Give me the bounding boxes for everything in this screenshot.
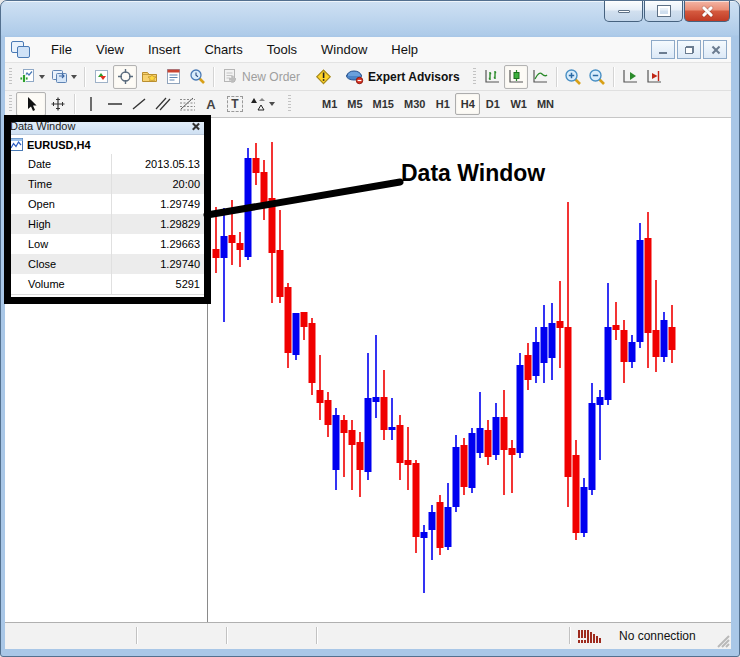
bar-chart-button[interactable] xyxy=(480,65,504,89)
close-icon xyxy=(711,45,720,54)
window-titlebar[interactable] xyxy=(1,1,739,37)
data-window-title: Data Window xyxy=(10,120,75,132)
toolbar-separator xyxy=(84,67,85,87)
chart-shift-button[interactable] xyxy=(642,65,666,89)
channel-tool-button[interactable] xyxy=(151,92,175,116)
timeframe-mn[interactable]: MN xyxy=(532,93,559,115)
line-chart-icon xyxy=(531,68,549,85)
auto-scroll-button[interactable] xyxy=(618,65,642,89)
cursor-tool-button[interactable] xyxy=(16,92,46,116)
profiles-button[interactable] xyxy=(48,65,80,89)
trendline-icon xyxy=(131,96,147,112)
toolbar-grip[interactable] xyxy=(473,68,476,86)
zoom-out-button[interactable] xyxy=(585,65,609,89)
resize-grip[interactable] xyxy=(715,633,730,648)
window-maximize-button[interactable] xyxy=(644,1,683,22)
chart-symbol-icon xyxy=(9,138,23,151)
strategy-tester-button[interactable] xyxy=(185,65,209,89)
timeframe-m1[interactable]: M1 xyxy=(317,93,342,115)
table-row-open: Open 1.29749 xyxy=(5,194,207,214)
text-label-tool-button[interactable]: A xyxy=(199,92,223,116)
data-window-toggle-button[interactable] xyxy=(113,65,137,89)
new-chart-button[interactable] xyxy=(16,65,48,89)
row-value: 2013.05.13 xyxy=(111,154,207,174)
arrows-tool-button[interactable] xyxy=(247,92,278,116)
toolbar-grip[interactable] xyxy=(288,95,291,113)
timeframe-w1[interactable]: W1 xyxy=(505,93,532,115)
navigator-button[interactable] xyxy=(137,65,161,89)
table-row-date: Date 2013.05.13 xyxy=(5,154,207,174)
fibonacci-tool-button[interactable] xyxy=(175,92,199,116)
table-row-low: Low 1.29663 xyxy=(5,234,207,254)
menu-tools[interactable]: Tools xyxy=(255,39,309,60)
row-label: Low xyxy=(5,238,111,250)
market-watch-button[interactable] xyxy=(89,65,113,89)
timeframe-h4[interactable]: H4 xyxy=(455,93,480,115)
candlestick-chart xyxy=(208,118,731,622)
restore-icon xyxy=(685,46,694,54)
row-value: 1.29829 xyxy=(111,214,207,234)
toolbar-separator xyxy=(556,67,557,87)
timeframe-m5[interactable]: M5 xyxy=(342,93,367,115)
text-label-icon: A xyxy=(206,97,215,112)
minimize-icon xyxy=(659,52,667,54)
text-box-tool-button[interactable]: T xyxy=(223,92,247,116)
toolbar-separator xyxy=(613,67,614,87)
row-label: Close xyxy=(5,258,111,270)
table-row-close: Close 1.29740 xyxy=(5,254,207,274)
strategy-tester-icon xyxy=(189,68,206,85)
timeframe-m30[interactable]: M30 xyxy=(399,93,430,115)
zoom-out-icon xyxy=(588,68,606,86)
data-window-close-button[interactable] xyxy=(189,120,202,133)
crosshair-tool-button[interactable] xyxy=(46,92,70,116)
expert-advisors-button[interactable]: Expert Advisors xyxy=(342,65,463,89)
menu-help[interactable]: Help xyxy=(379,39,430,60)
cursor-icon xyxy=(24,96,39,112)
row-label: Time xyxy=(5,178,111,190)
candlestick-chart-icon xyxy=(507,68,525,85)
timeframe-m15[interactable]: M15 xyxy=(368,93,399,115)
candlestick-chart-button[interactable] xyxy=(504,65,528,89)
mdi-close-button[interactable] xyxy=(703,40,727,59)
toolbar-grip[interactable] xyxy=(9,95,12,113)
row-value: 1.29663 xyxy=(111,234,207,254)
alert-icon xyxy=(314,67,333,86)
window-minimize-button[interactable] xyxy=(604,1,643,22)
status-separator xyxy=(226,627,227,644)
line-chart-button[interactable] xyxy=(528,65,552,89)
symbol-label: EURUSD,H4 xyxy=(27,139,91,151)
alert-button[interactable] xyxy=(311,65,336,89)
timeframe-d1[interactable]: D1 xyxy=(480,93,505,115)
vertical-line-tool-button[interactable] xyxy=(79,92,103,116)
zoom-in-button[interactable] xyxy=(561,65,585,89)
crosshair-icon xyxy=(50,96,66,112)
row-label: High xyxy=(5,218,111,230)
chart-shift-icon xyxy=(645,68,663,85)
mdi-minimize-button[interactable] xyxy=(651,40,675,59)
equidistant-channel-icon xyxy=(155,96,171,112)
toolbar-grip[interactable] xyxy=(9,68,12,86)
menu-insert[interactable]: Insert xyxy=(136,39,193,60)
text-box-icon: T xyxy=(227,96,242,112)
row-label: Open xyxy=(5,198,111,210)
terminal-button[interactable] xyxy=(161,65,185,89)
new-order-button[interactable]: New Order xyxy=(218,65,303,89)
new-order-icon xyxy=(221,68,238,85)
chart-canvas[interactable] xyxy=(208,118,731,622)
profiles-icon xyxy=(51,68,68,85)
navigator-icon xyxy=(141,68,158,85)
horizontal-line-tool-button[interactable] xyxy=(103,92,127,116)
data-window-titlebar[interactable]: Data Window xyxy=(5,118,207,135)
menu-file[interactable]: File xyxy=(39,39,84,60)
row-value: 5291 xyxy=(111,274,207,294)
menu-charts[interactable]: Charts xyxy=(192,39,254,60)
data-window-icon xyxy=(117,68,134,85)
status-separator xyxy=(136,627,137,644)
trendline-tool-button[interactable] xyxy=(127,92,151,116)
mdi-restore-button[interactable] xyxy=(677,40,701,59)
maximize-icon xyxy=(658,6,670,16)
menu-view[interactable]: View xyxy=(84,39,136,60)
menu-window[interactable]: Window xyxy=(309,39,379,60)
window-close-button[interactable] xyxy=(684,1,730,22)
timeframe-h1[interactable]: H1 xyxy=(430,93,455,115)
